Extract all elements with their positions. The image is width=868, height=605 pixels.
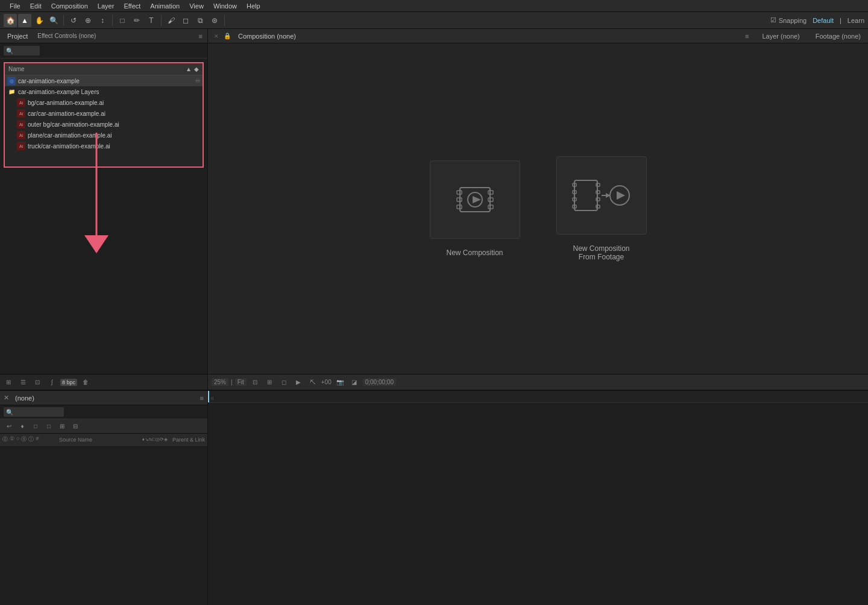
playhead[interactable] xyxy=(208,391,209,402)
puppet-tool[interactable]: ⊛ xyxy=(208,14,221,27)
home-tool[interactable]: 🏠 xyxy=(4,14,17,27)
layer-icon-cols: ⓪ ① ○ ⓢ ⓛ # xyxy=(2,436,57,443)
file-list: ◎ car-animation-example ♾ 📁 car-animatio… xyxy=(5,75,203,151)
collapse-btn[interactable]: ⊟ xyxy=(70,421,81,432)
comp-marker-btn[interactable]: ↩ xyxy=(4,421,14,432)
toolbar: 🏠 ▲ ✋ 🔍 ↺ ⊕ ↕ □ ✏ T 🖌 ◻ ⧉ ⊛ ☑ Snapping D… xyxy=(0,12,868,29)
menu-layer[interactable]: Layer xyxy=(93,0,119,11)
file-name: car-animation-example Layers xyxy=(18,89,200,95)
timecode-display[interactable]: 0;00;00;00 xyxy=(363,378,396,386)
new-comp-from-footage-icon-box[interactable] xyxy=(556,156,647,235)
grid-btn[interactable]: ⊞ xyxy=(263,377,275,388)
list-item[interactable]: Ai outer bg/car-animation-example.ai xyxy=(5,119,203,130)
list-item[interactable]: ◎ car-animation-example ♾ xyxy=(5,75,203,86)
project-panel-menu[interactable]: ≡ xyxy=(199,33,203,40)
menu-view[interactable]: View xyxy=(184,0,209,11)
effect-controls-tab[interactable]: Effect Controls (none) xyxy=(35,33,98,39)
search-icon: 🔍 xyxy=(6,48,13,54)
zoom-level[interactable]: 25% xyxy=(212,378,228,386)
layer-tab[interactable]: Layer (none) xyxy=(760,33,802,40)
rect-tool[interactable]: □ xyxy=(116,14,129,27)
delete-btn[interactable]: 🗑 xyxy=(80,377,92,388)
clone-tool[interactable]: ⧉ xyxy=(193,14,207,27)
hand-tool[interactable]: ✋ xyxy=(33,14,46,27)
show-channel-btn[interactable]: ◪ xyxy=(348,377,360,388)
timeline-tab-close[interactable]: ✕ xyxy=(4,394,9,402)
timeline-ruler[interactable]: 0 xyxy=(208,391,868,403)
label-col[interactable]: ⓛ xyxy=(28,436,34,443)
comp-viewer: New Composition xyxy=(208,43,868,374)
sep-2 xyxy=(112,15,113,26)
new-comp-icon-box[interactable] xyxy=(430,160,520,239)
comp-tab-menu[interactable]: ≡ xyxy=(745,33,749,40)
shy-col[interactable]: ⓢ xyxy=(21,436,27,443)
svg-marker-23 xyxy=(617,191,625,200)
project-content: 🔍 Name ▲ ◆ ◎ car-animation-example xyxy=(0,43,207,374)
fit-label[interactable]: Fit xyxy=(235,378,247,386)
eye-col[interactable]: ⓪ xyxy=(2,436,8,443)
color-picker-btn[interactable]: ⛏ xyxy=(307,377,319,388)
layer-solo-btn[interactable]: □ xyxy=(30,421,41,432)
eraser-tool[interactable]: ◻ xyxy=(179,14,192,27)
new-comp-from-footage-label: New CompositionFrom Footage xyxy=(573,244,629,261)
new-composition-from-footage-button[interactable]: New CompositionFrom Footage xyxy=(556,156,647,261)
project-tab[interactable]: Project xyxy=(5,33,30,40)
snapping-toggle[interactable]: ☑ Snapping xyxy=(770,16,807,24)
move-tool[interactable]: ⊕ xyxy=(81,14,95,27)
zoom-tool[interactable]: 🔍 xyxy=(47,14,60,27)
menu-file[interactable]: File xyxy=(5,0,25,11)
rotate-tool[interactable]: ↺ xyxy=(67,14,80,27)
list-item[interactable]: 📁 car-animation-example Layers xyxy=(5,86,203,97)
expand-btn[interactable]: ⊞ xyxy=(57,421,68,432)
text-tool[interactable]: T xyxy=(145,14,158,27)
menu-composition[interactable]: Composition xyxy=(46,0,93,11)
composition-btn[interactable]: ∫ xyxy=(46,377,58,388)
left-panel: Project Effect Controls (none) ≡ 🔍 Name … xyxy=(0,29,208,390)
menu-animation[interactable]: Animation xyxy=(145,0,184,11)
list-item[interactable]: Ai car/car-animation-example.ai xyxy=(5,108,203,119)
keyframe-btn[interactable]: ♦ xyxy=(17,421,28,432)
snapshot-btn[interactable]: 📷 xyxy=(334,377,346,388)
new-composition-button[interactable]: New Composition xyxy=(430,160,520,257)
snapping-checkbox[interactable]: ☑ xyxy=(770,16,776,24)
lock-col[interactable]: ○ xyxy=(16,436,19,443)
region-of-interest-btn[interactable]: ⊡ xyxy=(249,377,261,388)
file-list-header: Name ▲ ◆ xyxy=(5,63,203,75)
project-search-box[interactable]: 🔍 xyxy=(4,46,40,55)
bpc-label[interactable]: 8 bpc xyxy=(60,379,77,386)
workspace-learn[interactable]: Learn xyxy=(848,17,864,24)
menu-window[interactable]: Window xyxy=(209,0,242,11)
menu-edit[interactable]: Edit xyxy=(25,0,46,11)
bottom-row: ✕ (none) ≡ 🔍 ↩ ♦ □ □ ⊞ ⊟ xyxy=(0,391,868,605)
workspace-default[interactable]: Default xyxy=(813,17,834,24)
comp-tab-close[interactable]: ✕ xyxy=(214,33,219,39)
comp-tab[interactable]: Composition (none) xyxy=(236,33,298,40)
list-item[interactable]: Ai truck/car-animation-example.ai xyxy=(5,141,203,151)
menu-help[interactable]: Help xyxy=(242,0,265,11)
footage-tab[interactable]: Footage (none) xyxy=(813,33,863,40)
timeline-search-box[interactable]: 🔍 xyxy=(4,407,64,417)
menu-effect[interactable]: Effect xyxy=(119,0,145,11)
brush-tool[interactable]: 🖌 xyxy=(165,14,178,27)
anchor-tool[interactable]: ↕ xyxy=(96,14,109,27)
solo-col[interactable]: ① xyxy=(10,436,14,443)
pen-tool[interactable]: ✏ xyxy=(130,14,143,27)
timeline-tab-menu[interactable]: ≡ xyxy=(200,394,204,402)
list-item[interactable]: Ai plane/car-animation-example.ai xyxy=(5,130,203,141)
panel-lock-icon: 🔒 xyxy=(224,33,231,39)
folder-btn[interactable]: ☰ xyxy=(17,377,29,388)
select-tool[interactable]: ▲ xyxy=(18,14,31,27)
ruler-mark-0: 0 xyxy=(211,396,213,401)
num-col[interactable]: # xyxy=(36,436,39,443)
render-btn[interactable]: ▶ xyxy=(292,377,304,388)
toggle-transparency-btn[interactable]: ◻ xyxy=(278,377,290,388)
layer-lock-btn[interactable]: □ xyxy=(43,421,54,432)
list-item[interactable]: Ai bg/car-animation-example.ai xyxy=(5,97,203,108)
new-item-btn[interactable]: ⊞ xyxy=(2,377,14,388)
tag-icon[interactable]: ◆ xyxy=(194,66,199,72)
timeline-tab-label[interactable]: (none) xyxy=(13,394,37,402)
sep-1 xyxy=(63,15,64,26)
timeline-search-area: 🔍 xyxy=(0,405,207,419)
sort-icon[interactable]: ▲ xyxy=(186,66,192,72)
footage-btn[interactable]: ⊡ xyxy=(31,377,43,388)
